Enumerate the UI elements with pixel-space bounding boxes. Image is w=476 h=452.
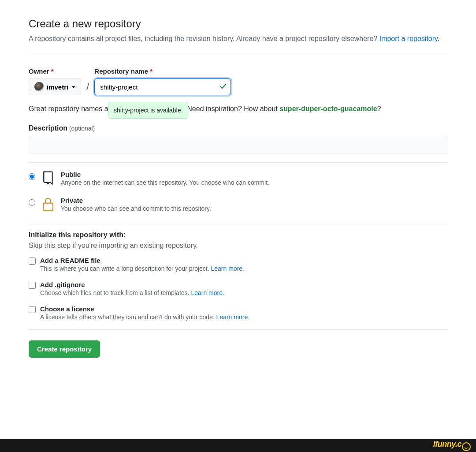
owner-label: Owner * (29, 67, 81, 75)
license-learn-more-link[interactable]: Learn more. (216, 314, 249, 321)
availability-tooltip: shitty-project is available. (108, 102, 188, 119)
initialize-title: Initialize this repository with: (29, 231, 447, 239)
add-gitignore-checkbox[interactable] (29, 282, 36, 289)
divider (29, 223, 447, 223)
choose-license-checkbox[interactable] (29, 306, 36, 313)
page-subtitle: A repository contains all project files,… (29, 34, 447, 44)
check-icon (219, 83, 227, 91)
watermark-logo: ifunny.c◡ (433, 440, 471, 451)
visibility-private-radio[interactable] (29, 199, 35, 206)
repo-name-suggestion[interactable]: super-duper-octo-guacamole (279, 105, 377, 112)
description-optional: (optional) (69, 125, 95, 132)
lock-icon (41, 197, 55, 213)
visibility-public-desc: Anyone on the internet can see this repo… (61, 179, 447, 186)
repo-icon (41, 171, 55, 187)
svg-rect-0 (43, 203, 53, 210)
choose-license-desc: A license tells others what they can and… (40, 314, 447, 321)
choose-license-title: Choose a license (40, 305, 447, 313)
import-repository-link[interactable]: Import a repository. (379, 35, 440, 42)
watermark-bar: ifunny.c◡ (0, 439, 476, 452)
page-title: Create a new repository (29, 18, 447, 30)
add-readme-checkbox[interactable] (29, 258, 36, 265)
add-readme-title: Add a README file (40, 257, 447, 264)
readme-learn-more-link[interactable]: Learn more. (211, 265, 244, 272)
path-separator: / (85, 81, 91, 95)
chevron-down-icon (72, 86, 75, 88)
visibility-private-title: Private (61, 197, 447, 204)
avatar (34, 82, 44, 92)
owner-selector-button[interactable]: imvetri (29, 78, 81, 95)
owner-username: imvetri (47, 83, 68, 91)
repo-name-hint: Great repository names are short and mem… (29, 103, 447, 115)
add-gitignore-title: Add .gitignore (40, 281, 447, 288)
divider (29, 329, 447, 330)
create-repository-button[interactable]: Create repository (29, 340, 100, 358)
visibility-public-title: Public (61, 171, 447, 178)
add-gitignore-desc: Choose which files not to track from a l… (40, 289, 447, 296)
visibility-private-desc: You choose who can see and commit to thi… (61, 205, 447, 212)
initialize-subtitle: Skip this step if you're importing an ex… (29, 242, 447, 250)
gitignore-learn-more-link[interactable]: Learn more. (191, 289, 224, 296)
description-label: Description (29, 124, 67, 132)
smile-icon: ◡ (462, 442, 471, 451)
visibility-public-radio[interactable] (29, 173, 35, 180)
divider (29, 162, 447, 163)
repo-name-label: Repository name * (94, 67, 231, 75)
repository-name-input[interactable] (94, 78, 231, 95)
add-readme-desc: This is where you can write a long descr… (40, 265, 447, 272)
description-input[interactable] (29, 137, 447, 153)
divider (29, 55, 447, 55)
